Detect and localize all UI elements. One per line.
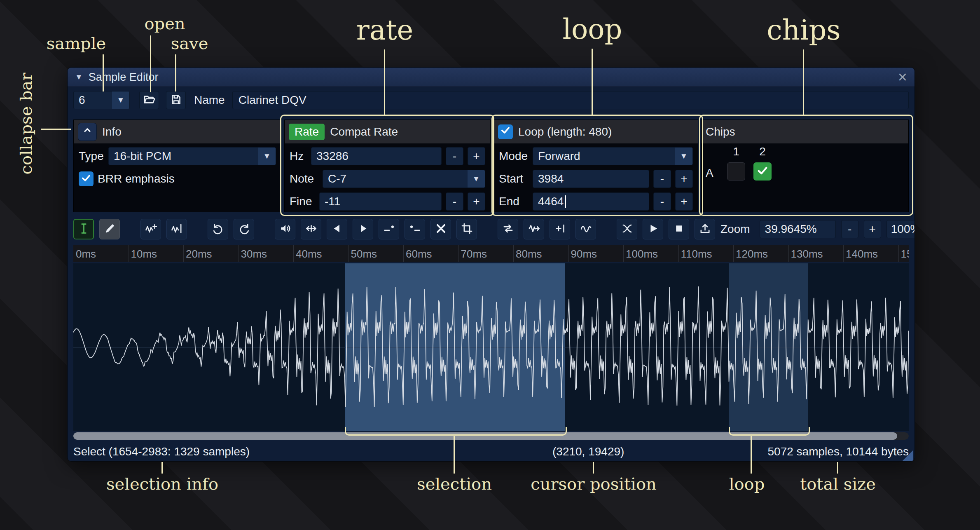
name-label: Name [194, 94, 225, 107]
chevron-down-icon[interactable]: ▼ [112, 91, 129, 109]
zoom-input[interactable]: 39.9645% [760, 220, 836, 238]
check-icon [500, 125, 511, 138]
play-icon [647, 223, 659, 236]
titlebar[interactable]: ▼ Sample Editor × [68, 68, 915, 87]
open-sample-button[interactable] [139, 91, 159, 109]
ruler-tick-line [733, 245, 734, 262]
note-selector[interactable]: C-7 ▼ [323, 170, 485, 188]
ruler[interactable]: 0ms10ms20ms30ms40ms50ms60ms70ms80ms90ms1… [73, 245, 909, 262]
chevron-down-icon[interactable]: ▼ [468, 170, 485, 188]
annotation-open: open [144, 15, 185, 32]
annotation-line-sample [103, 54, 104, 91]
info-title: Info [102, 125, 122, 138]
loop-end-input[interactable]: 4464 [533, 192, 649, 211]
fade-out-button[interactable] [353, 219, 373, 239]
normalize-button[interactable] [301, 219, 321, 239]
insert-button[interactable] [550, 219, 570, 239]
ruler-tick-label: 130ms [791, 248, 823, 260]
loop-start-increment-button[interactable]: + [675, 170, 693, 188]
check-icon [81, 173, 91, 185]
hz-decrement-button[interactable]: - [446, 147, 463, 165]
draw-tool-button[interactable] [99, 219, 120, 239]
ruler-tick-label: 20ms [186, 248, 212, 260]
brr-emphasis-label: BRR emphasis [98, 172, 175, 185]
invert-button[interactable] [524, 219, 544, 239]
ruler-tick-label: 0ms [76, 248, 96, 260]
resize-button[interactable] [140, 219, 161, 239]
select-tool-button[interactable] [73, 219, 94, 239]
ruler-tick-label: 140ms [846, 248, 878, 260]
crossfade-button[interactable] [617, 219, 637, 239]
rate-badge[interactable]: Rate [289, 124, 325, 140]
save-sample-button[interactable] [166, 91, 186, 109]
chevron-down-icon[interactable]: ▼ [258, 148, 276, 165]
fade-in-button[interactable] [327, 219, 347, 239]
annotation-line-save [175, 54, 176, 91]
fine-increment-button[interactable]: + [468, 192, 485, 211]
loop-start-input[interactable]: 3984 [533, 170, 649, 188]
filter-button[interactable] [575, 219, 596, 239]
zoom-out-button[interactable]: - [841, 220, 858, 238]
ruler-tick-label: 90ms [571, 248, 597, 260]
status-bar: Select (1654-2983: 1329 samples) (3210, … [68, 441, 915, 462]
hz-input[interactable]: 33286 [311, 147, 442, 165]
ruler-tick-line [623, 245, 624, 262]
chip-1-checkbox[interactable] [727, 162, 745, 181]
zoom-in-button[interactable]: + [864, 220, 881, 238]
swap-arrows-icon [502, 223, 514, 236]
squiggle-icon [580, 223, 592, 236]
loop-mode-value[interactable]: Forward [533, 148, 675, 165]
chip-2-checkbox[interactable] [753, 162, 772, 181]
type-selector-value[interactable]: 16-bit PCM [109, 148, 258, 165]
upload-button[interactable] [695, 219, 715, 239]
floppy-save-icon [170, 94, 182, 107]
loop-end-decrement-button[interactable]: - [653, 192, 671, 211]
zoom-reset-button[interactable]: 100% [886, 220, 915, 238]
trim-button[interactable] [456, 219, 477, 239]
type-selector[interactable]: 16-bit PCM ▼ [108, 147, 276, 165]
annotation-line-rate [384, 49, 385, 115]
stop-preview-button[interactable] [669, 219, 689, 239]
loop-start-value: 3984 [538, 172, 564, 185]
sample-selector[interactable]: 6 ▼ [73, 91, 130, 109]
amplify-button[interactable] [275, 219, 295, 239]
hz-increment-button[interactable]: + [468, 147, 485, 165]
triangle-right-icon [357, 223, 369, 236]
fine-decrement-button[interactable]: - [446, 192, 463, 211]
annotation-collapse-bar: collapse bar [17, 73, 35, 174]
ruler-tick-line [568, 245, 569, 262]
window-collapse-icon[interactable]: ▼ [75, 73, 83, 82]
loop-end-increment-button[interactable]: + [675, 192, 693, 211]
redo-button[interactable] [234, 219, 254, 239]
close-button[interactable]: × [898, 69, 907, 85]
fine-input[interactable]: -11 [319, 192, 442, 211]
chips-title: Chips [706, 125, 735, 138]
resample-button[interactable] [166, 219, 187, 239]
ruler-tick-label: 40ms [296, 248, 322, 260]
chevron-down-icon[interactable]: ▼ [675, 148, 692, 165]
resize-grip[interactable] [903, 450, 913, 461]
scrollbar-thumb[interactable] [73, 432, 897, 440]
redo-icon [238, 223, 250, 236]
note-selector-value[interactable]: C-7 [323, 170, 468, 188]
annotation-line-selection-info [161, 462, 163, 474]
reverse-button[interactable] [498, 219, 518, 239]
brr-emphasis-checkbox[interactable] [79, 171, 94, 186]
collapse-info-button[interactable] [78, 123, 97, 141]
loop-mode-selector[interactable]: Forward ▼ [533, 147, 693, 165]
delete-button[interactable] [430, 219, 451, 239]
apply-silence-button[interactable] [405, 219, 425, 239]
cursor-position-text: (3210, 19429) [552, 445, 624, 458]
loop-start-decrement-button[interactable]: - [653, 170, 671, 188]
annotation-save: save [171, 35, 208, 52]
sample-selector-value[interactable]: 6 [74, 91, 112, 109]
loop-enable-checkbox[interactable] [498, 124, 513, 139]
insert-silence-button[interactable] [379, 219, 399, 239]
annotation-loop: loop [563, 15, 622, 44]
undo-button[interactable] [208, 219, 228, 239]
crossfade-icon [621, 223, 633, 236]
horizontal-scrollbar[interactable] [73, 432, 909, 440]
name-input[interactable]: Clarinet DQV [232, 91, 909, 109]
preview-button[interactable] [643, 219, 663, 239]
waveform-view[interactable] [73, 263, 909, 431]
